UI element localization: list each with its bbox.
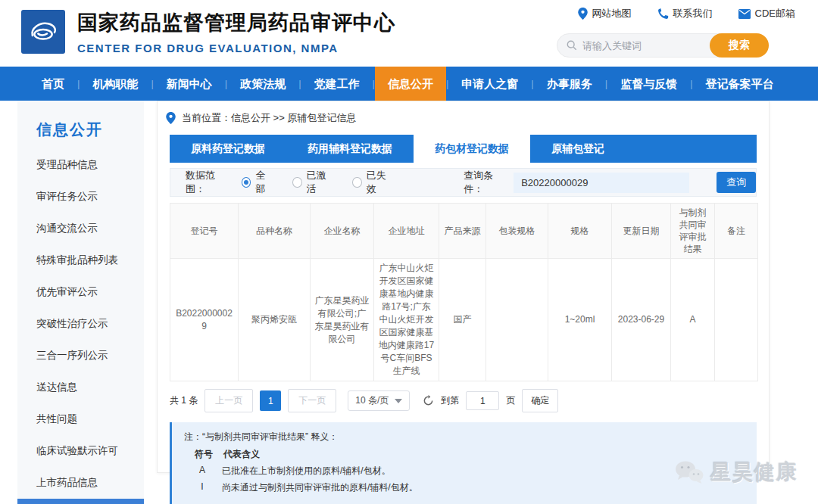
sidebar-item-clinical-trial-license[interactable]: 临床试验默示许可 <box>17 435 144 467</box>
radio-activated-label: 已激活 <box>307 169 333 196</box>
confirm-button[interactable]: 确定 <box>522 389 558 412</box>
breadcrumb-pin-icon <box>166 112 176 124</box>
sidebar-item-priority-review[interactable]: 优先审评公示 <box>17 276 144 308</box>
query-button[interactable]: 查询 <box>717 172 756 193</box>
nav-item-registration-platform[interactable]: 登记备案平台 <box>693 67 787 101</box>
sidebar-item-raw-aux-pack-registration[interactable]: 原辅包登记信息 <box>17 499 144 504</box>
tab-bar: 原料药登记数据 药用辅料登记数据 药包材登记数据 原辅包登记 <box>170 135 757 163</box>
search-input[interactable] <box>582 40 711 51</box>
cell-remarks <box>715 259 758 381</box>
cell-registration-no: B20220000029 <box>170 259 239 381</box>
radio-expired[interactable]: 已失效 <box>352 169 392 196</box>
swallow-logo-icon <box>24 13 62 51</box>
nav-item-policy[interactable]: 政策法规 <box>227 67 298 101</box>
sidebar-item-three-in-one[interactable]: 三合一序列公示 <box>17 340 144 372</box>
nav-item-supervision[interactable]: 监督与反馈 <box>607 67 690 101</box>
site-subtitle: CENTER FOR DRUG EVALUATION, NMPA <box>77 42 395 54</box>
col-spec: 规格 <box>548 204 612 259</box>
radio-expired-circle <box>352 177 362 188</box>
site-header: 国家药品监督管理局药品审评中心 CENTER FOR DRUG EVALUATI… <box>0 0 818 67</box>
nav-item-applicant-window[interactable]: 申请人之窗 <box>448 67 531 101</box>
nav-item-party[interactable]: 党建工作 <box>301 67 373 101</box>
header-links: 网站地图 联系我们 CDE邮箱 <box>578 7 795 20</box>
location-pin-icon <box>578 8 588 20</box>
table-header-row: 登记号 品种名称 企业名称 企业地址 产品来源 包装规格 规格 更新日期 与制剂… <box>170 204 758 259</box>
sidebar-item-breakthrough-therapy[interactable]: 突破性治疗公示 <box>17 308 144 340</box>
note-box: 注：“与制剂共同审评审批结果” 释义： 符号 代表含义 A 已批准在上市制剂使用… <box>170 422 757 504</box>
col-product-source: 产品来源 <box>439 204 486 259</box>
current-page-button[interactable]: 1 <box>260 390 281 411</box>
sidebar-item-review-tasks[interactable]: 审评任务公示 <box>17 181 144 213</box>
next-page-button[interactable]: 下一页 <box>288 389 336 412</box>
col-company-name: 企业名称 <box>311 204 374 259</box>
mailbox-label: CDE邮箱 <box>755 7 795 20</box>
sidebar: 信息公开 受理品种信息 审评任务公示 沟通交流公示 特殊审批品种列表 优先审评公… <box>17 101 144 499</box>
contact-label: 联系我们 <box>673 7 713 20</box>
scope-radio-group: 全部 已激活 已失效 <box>242 169 392 196</box>
note-legend-header: 符号 代表含义 <box>195 448 745 461</box>
search-icon <box>567 40 577 51</box>
header-search: 搜索 <box>557 33 769 58</box>
search-button[interactable]: 搜索 <box>710 33 769 58</box>
sitemap-label: 网站地图 <box>592 7 632 20</box>
note-meaning-i: 尚未通过与制剂共同审评审批的原料/辅料/包材。 <box>222 481 418 494</box>
sidebar-item-accepted-varieties[interactable]: 受理品种信息 <box>17 149 144 181</box>
sidebar-item-special-approval[interactable]: 特殊审批品种列表 <box>17 244 144 276</box>
breadcrumb: 当前位置：信息公开 >> 原辅包登记信息 <box>158 101 769 135</box>
mailbox-link[interactable]: CDE邮箱 <box>738 7 795 20</box>
col-company-address: 企业地址 <box>374 204 439 259</box>
nav-item-info-disclosure[interactable]: 信息公开 <box>375 67 446 101</box>
breadcrumb-text: 当前位置：信息公开 >> 原辅包登记信息 <box>182 111 356 125</box>
page-size-value: 10 条/页 <box>355 394 389 407</box>
sidebar-title: 信息公开 <box>17 101 144 149</box>
col-remarks: 备注 <box>715 204 758 259</box>
table-row: B20220000029 聚丙烯安瓿 广东星昊药业有限公司;广东星昊药业有限公司… <box>170 259 758 381</box>
goto-label: 到第 <box>441 394 459 407</box>
main-nav: 首页| 机构职能| 新闻中心| 政策法规| 党建工作| 信息公开| 申请人之窗|… <box>0 67 818 101</box>
total-count: 共 1 条 <box>170 394 198 407</box>
prev-page-button[interactable]: 上一页 <box>204 389 253 412</box>
radio-activated-circle <box>292 177 302 188</box>
note-title: 注：“与制剂共同审评审批结果” 释义： <box>184 431 745 443</box>
sidebar-item-delivery-info[interactable]: 送达信息 <box>17 372 144 403</box>
nav-item-functions[interactable]: 机构职能 <box>80 67 151 101</box>
cell-product-source: 国产 <box>439 259 486 381</box>
radio-activated[interactable]: 已激活 <box>292 169 333 196</box>
refresh-icon[interactable] <box>423 395 434 406</box>
cell-variety-name: 聚丙烯安瓿 <box>239 259 311 381</box>
cell-joint-review-result: A <box>671 259 715 381</box>
note-row-a: A 已批准在上市制剂使用的原料/辅料/包材。 <box>195 465 745 478</box>
goto-page-input[interactable] <box>466 391 499 410</box>
note-symbol-i: I <box>195 481 210 494</box>
page-suffix: 页 <box>506 394 515 407</box>
tab-packaging-registration[interactable]: 药包材登记数据 <box>414 135 530 163</box>
note-col-meaning: 代表含义 <box>223 448 260 461</box>
sidebar-item-common-issues[interactable]: 共性问题 <box>17 403 144 435</box>
nav-item-home[interactable]: 首页 <box>29 67 77 101</box>
col-packaging-spec: 包装规格 <box>486 204 548 259</box>
nav-item-news[interactable]: 新闻中心 <box>154 67 225 101</box>
registration-table: 登记号 品种名称 企业名称 企业地址 产品来源 包装规格 规格 更新日期 与制剂… <box>170 203 758 381</box>
col-registration-no: 登记号 <box>170 204 239 259</box>
scope-label: 数据范围： <box>186 169 231 196</box>
sidebar-item-marketed-drugs[interactable]: 上市药品信息 <box>17 467 144 499</box>
watermark: 星昊健康 <box>674 459 798 486</box>
note-col-symbol: 符号 <box>195 448 213 461</box>
filter-bar: 数据范围： 全部 已激活 已失效 查询条件： 查询 <box>170 168 757 197</box>
wechat-icon <box>674 460 704 484</box>
cell-company-name: 广东星昊药业有限公司;广东星昊药业有限公司 <box>311 259 374 381</box>
contact-link[interactable]: 联系我们 <box>657 7 713 20</box>
query-input[interactable] <box>514 173 689 193</box>
radio-expired-label: 已失效 <box>367 169 392 196</box>
page-size-select[interactable]: 10 条/页 <box>348 390 410 411</box>
tab-raw-aux-pack[interactable]: 原辅包登记 <box>530 135 626 163</box>
radio-all[interactable]: 全部 <box>242 169 273 196</box>
sitemap-link[interactable]: 网站地图 <box>578 7 632 20</box>
nav-item-services[interactable]: 办事服务 <box>534 67 605 101</box>
tab-api-registration[interactable]: 原料药登记数据 <box>170 135 286 163</box>
col-update-date: 更新日期 <box>612 204 671 259</box>
chevron-down-icon <box>395 399 402 403</box>
col-variety-name: 品种名称 <box>239 204 311 259</box>
tab-excipient-registration[interactable]: 药用辅料登记数据 <box>286 135 414 163</box>
sidebar-item-communication[interactable]: 沟通交流公示 <box>17 213 144 244</box>
